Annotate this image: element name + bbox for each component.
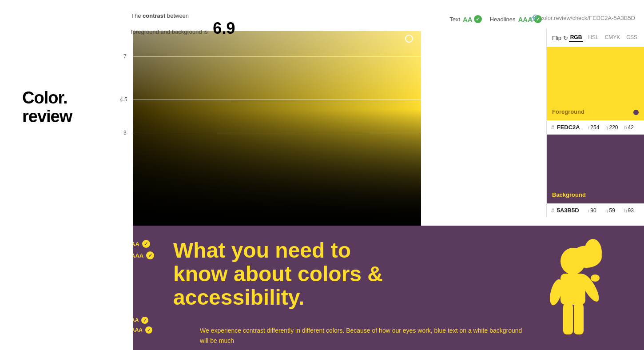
svg-point-6 (591, 274, 600, 282)
content-section: What you need toknow about colors &acces… (173, 239, 484, 318)
fg-g-label: g (605, 125, 608, 130)
fg-g-input[interactable] (609, 124, 621, 131)
fg-r-input[interactable] (590, 124, 603, 131)
flip-label: Flip (552, 35, 561, 41)
foreground-label: Foreground (552, 108, 584, 115)
rating-section: Text AA ✓ Headlines AAA ✓ (449, 15, 542, 23)
aa-check-icon-2: ✓ (141, 317, 148, 324)
url-bar: 🔗 color.review/check/FEDC2A-5A3B5D (530, 14, 644, 21)
fg-hash: # (551, 124, 554, 131)
illustration (524, 235, 622, 350)
url-text[interactable]: color.review/check/FEDC2A-5A3B5D (540, 15, 635, 21)
text-rating-badge: AA ✓ (463, 15, 482, 23)
bg-r-field: r (588, 207, 603, 214)
svg-point-2 (584, 239, 602, 266)
color-picker-area[interactable]: 7 4.5 3 (133, 31, 421, 227)
contrast-info: The contrast betweenforeground and backg… (131, 12, 235, 38)
tab-group: RGB HSL CMYK CSS (569, 33, 639, 42)
fg-hex-input[interactable] (557, 124, 584, 131)
white-left-bg (0, 31, 133, 350)
logo-line1: Color. (22, 88, 68, 107)
top-bar: The contrast betweenforeground and backg… (0, 0, 644, 31)
bg-g-input[interactable] (609, 207, 621, 214)
foreground-input-row: # r g b (547, 120, 644, 135)
fg-rgb-group: r g b (588, 124, 640, 131)
contrast-bold: contrast (143, 12, 165, 19)
text-check-icon: ✓ (474, 15, 482, 23)
link-icon: 🔗 (530, 14, 537, 21)
svg-rect-7 (563, 303, 573, 334)
body-text-area: AA ✓ AAA ✓ We experience contrast differ… (200, 321, 529, 346)
main-heading: What you need toknow about colors &acces… (173, 239, 484, 309)
contrast-text-prefix: The contrast betweenforeground and backg… (131, 12, 208, 35)
contrast-line-45 (133, 99, 421, 100)
bg-b-input[interactable] (628, 207, 640, 214)
saturation-gradient[interactable] (133, 31, 421, 227)
aa-check-icon: ✓ (142, 240, 150, 248)
tab-hsl[interactable]: HSL (587, 33, 600, 42)
picker-handle[interactable] (405, 35, 413, 43)
fg-b-field: b (624, 124, 640, 131)
right-panel: Flip ↻ RGB HSL CMYK CSS Foreground # r g (546, 29, 644, 217)
panel-tabs: Flip ↻ RGB HSL CMYK CSS (547, 29, 644, 47)
bg-b-label: b (624, 208, 627, 213)
logo-line2: review (22, 107, 72, 126)
bg-g-label: g (605, 208, 608, 213)
text-rating-value: AA (463, 16, 473, 23)
fg-b-input[interactable] (628, 124, 640, 131)
tab-rgb[interactable]: RGB (569, 33, 584, 42)
contrast-label-45: 4.5 (120, 96, 127, 103)
aaa-badge-row: AAA ✓ (131, 251, 154, 259)
bg-rgb-group: r g b (588, 207, 640, 214)
text-rating-item: Text AA ✓ (449, 15, 482, 23)
aaa-check-icon-2: ✓ (145, 326, 152, 334)
bg-b-field: b (624, 207, 640, 214)
contrast-value: 6.9 (213, 19, 235, 37)
contrast-label-3: 3 (123, 130, 127, 136)
contrast-label-7: 7 (123, 53, 127, 60)
bg-r-input[interactable] (590, 207, 603, 214)
svg-rect-8 (574, 303, 584, 334)
bg-r-label: r (588, 208, 590, 213)
headlines-label: Headlines (490, 16, 516, 23)
aaa-check-icon: ✓ (146, 251, 154, 259)
foreground-dot[interactable] (633, 110, 639, 115)
aa-badge-row: AA ✓ (131, 240, 154, 248)
tab-cmyk[interactable]: CMYK (604, 33, 622, 42)
bg-g-field: g (605, 207, 621, 214)
fg-b-label: b (624, 125, 627, 130)
foreground-color-block[interactable]: Foreground (547, 47, 644, 120)
contrast-line-7 (133, 56, 421, 57)
aa-badge-row-2: AA ✓ (131, 317, 152, 324)
background-label: Background (552, 191, 586, 198)
tab-css[interactable]: CSS (625, 33, 639, 42)
logo-area: Color. review (22, 89, 72, 126)
text-label: Text (449, 16, 460, 23)
bottom-left-badges: AA ✓ AAA ✓ (131, 240, 154, 259)
background-color-block[interactable]: Background (547, 135, 644, 203)
contrast-line-3 (133, 133, 421, 133)
logo-text: Color. review (22, 89, 72, 126)
fg-r-label: r (588, 125, 590, 130)
body-text: We experience contrast differently in di… (200, 326, 529, 346)
bg-hash: # (551, 207, 554, 214)
background-input-row: # r g b (547, 203, 644, 217)
bottom-badges-2: AA ✓ AAA ✓ (131, 317, 152, 334)
bg-hex-input[interactable] (557, 207, 584, 214)
flip-button[interactable]: Flip ↻ (552, 35, 568, 41)
fg-g-field: g (605, 124, 621, 131)
aaa-badge-row-2: AAA ✓ (131, 326, 152, 334)
fg-r-field: r (588, 124, 603, 131)
flip-icon: ↻ (563, 35, 568, 41)
